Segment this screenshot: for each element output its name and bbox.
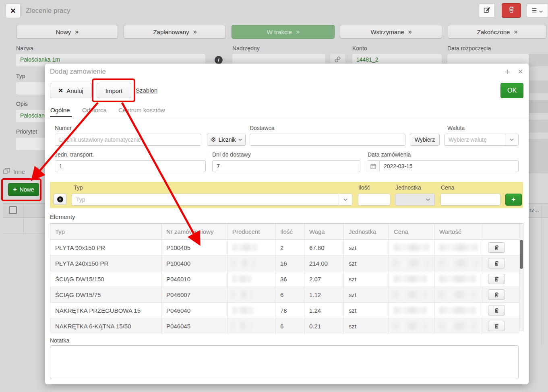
hamburger-icon: ≡ [532,6,537,15]
status-w-trakcie-button[interactable]: W trakcie» [232,25,335,39]
ilosc-input[interactable] [358,194,390,206]
gears-icon: ⚙ [211,136,216,143]
status-zaplanowany-button[interactable]: Zaplanowany» [124,25,226,39]
import-button[interactable]: Import [97,83,131,98]
tab-ogolne[interactable]: Ogólne [50,107,70,113]
bg-table-header-right: rz... [529,203,548,218]
redacted-wartosc [439,307,476,314]
close-dialog-icon[interactable]: × [518,66,523,77]
delete-record-button[interactable] [502,3,521,18]
data-zamowienia-field[interactable]: 2022-03-15 [367,160,519,172]
info-icon[interactable]: i [215,56,223,64]
circle-plus-icon: + [57,196,63,202]
tab-odbiorca[interactable]: Odbiorca [82,107,107,113]
licznik-button[interactable]: ⚙ Licznik [207,134,246,146]
select-all-checkbox[interactable] [9,206,17,214]
screen: × Zlecenie pracy ≡ Nowy» Zaplanowany» W … [0,0,548,392]
add-item-button[interactable]: + [505,194,522,206]
data-zamowienia-label: Data zamówienia [368,151,411,158]
table-header-row: Typ Nr zamówieniowy Producent Ilość Waga… [50,224,519,239]
notatka-textarea[interactable] [50,345,519,379]
jedn-transport-input[interactable] [55,160,206,172]
waluta-placeholder: Wybierz walutę [445,136,505,143]
redacted-producent [232,244,257,251]
scrollbar-thumb[interactable] [520,240,523,269]
redacted-wartosc [439,322,476,330]
dodaj-zamowienie-dialog: Dodaj zamówienie + × × Anuluj Import Sza… [45,64,529,384]
status-label: Nowy [56,29,71,35]
notatka-label: Notatka [50,337,69,344]
licznik-label: Licznik [219,136,236,143]
status-nowy-button[interactable]: Nowy» [16,25,118,39]
redacted-cena [394,244,429,251]
import-label: Import [105,87,123,94]
table-scrollbar[interactable] [519,224,523,331]
close-window-button[interactable]: × [6,3,21,18]
redacted-producent [232,260,254,267]
delete-row-button[interactable] [488,289,505,300]
delete-row-button[interactable] [488,321,505,331]
status-zakonczone-button[interactable]: Zakończone» [448,25,546,39]
ok-button[interactable]: OK [500,83,523,98]
tab-centrum-kosztow[interactable]: Centrum kosztów [118,107,165,113]
col-actions [483,224,519,239]
redacted-producent [232,291,252,298]
close-icon: × [10,6,16,16]
dni-do-dostawy-input[interactable] [212,160,360,172]
double-arrow-icon: » [75,28,78,35]
redacted-cena [394,307,427,314]
plus-icon: + [512,196,516,204]
status-wstrzymane-button[interactable]: Wstrzymane» [340,25,442,39]
dostawca-input[interactable] [250,134,405,146]
col-typ: Typ [50,224,161,239]
delete-row-button[interactable] [488,258,505,268]
cena-input[interactable] [440,194,500,206]
trash-icon [494,261,499,266]
wybierz-button[interactable]: Wybierz [410,134,440,146]
table-row: PŁYTA 240x150 PR P100400 16 214.00 szt [50,255,519,271]
delete-row-button[interactable] [488,274,505,284]
delete-row-button[interactable] [488,305,505,316]
delete-row-button[interactable] [488,242,505,253]
table-row: NAKRĘTKA PRZEGUBOWA 15 P046040 78 1.24 s… [50,302,519,318]
opis-label: Opis [16,101,28,107]
redacted-cena [394,322,427,330]
waluta-label: Waluta [447,125,465,131]
expand-add-button[interactable]: + [54,194,66,205]
priorytet-field[interactable] [16,138,48,150]
redacted-wartosc [439,260,478,267]
document-icon [35,167,40,175]
typ-field[interactable] [16,82,48,95]
numer-input[interactable] [55,134,201,146]
numer-label: Numer [55,125,72,131]
trash-icon [494,292,499,297]
data-zamowienia-value: 2022-03-15 [380,163,413,169]
expand-icon[interactable]: + [505,67,510,77]
waluta-select[interactable]: Wybierz walutę [444,134,519,146]
bg-table-column-border [23,203,24,234]
jednostka-select[interactable] [395,194,435,206]
double-arrow-icon: » [514,28,517,35]
trash-icon [494,245,499,250]
chevron-down-icon [422,194,434,205]
typ-combobox[interactable]: Typ [72,194,352,206]
menu-button[interactable]: ≡ [527,3,548,18]
ilosc-column-label: Ilość [358,184,370,191]
status-label: Zakończone [477,29,510,35]
szablon-link[interactable]: Szablon [136,87,157,94]
col-nr-zamowieniowy: Nr zamówieniowy [161,224,227,239]
data-rozpoczecia-label: Data rozpoczęcia [447,45,491,52]
opis-field[interactable]: Palościank [16,110,48,122]
table-row: PŁYTA 90x150 PR P100405 2 67.80 szt [50,239,519,255]
edit-button[interactable] [479,3,495,18]
trash-icon [494,308,499,313]
calendar-icon [367,161,380,172]
close-icon: × [58,86,63,95]
nowe-button[interactable]: + Nowe [8,183,39,196]
table-row: ŚCIĄG DW15/150 P046010 36 2.07 szt [50,271,519,287]
chevron-down-icon [539,7,543,14]
windows-icon [3,168,10,175]
typ-column-label: Typ [74,184,83,191]
anuluj-button[interactable]: × Anuluj [50,83,92,98]
nowe-label: Nowe [20,186,34,193]
